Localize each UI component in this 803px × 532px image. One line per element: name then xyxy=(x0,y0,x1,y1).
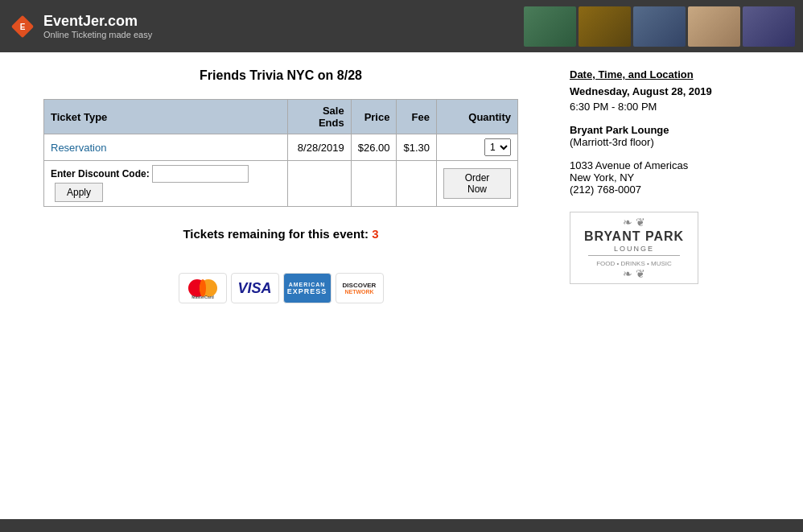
ticket-table: Ticket Type Sale Ends Price Fee Quantity… xyxy=(43,99,518,207)
header-image-3 xyxy=(633,6,686,47)
date-label: Date, Time, and Location xyxy=(570,68,779,80)
quantity-select[interactable]: 1 2 3 4 5 xyxy=(484,138,511,156)
footer xyxy=(0,519,803,532)
col-price: Price xyxy=(351,100,397,134)
price-cell: $26.00 xyxy=(351,134,397,161)
venue-logo: ❧ ❦ BRYANT PARK LOUNGE FOOD • DRINKS • M… xyxy=(570,212,698,284)
phone: (212) 768-0007 xyxy=(570,184,779,196)
mastercard-icon: MasterCard xyxy=(179,273,227,303)
visa-icon: VISA xyxy=(231,273,279,303)
col-fee: Fee xyxy=(397,100,437,134)
address-block: 1033 Avenue of Americas New York, NY (21… xyxy=(570,159,779,196)
discount-input[interactable] xyxy=(152,165,249,183)
swirl-bottom-icon: ❧ ❦ xyxy=(623,267,645,280)
sale-ends-cell: 8/28/2019 xyxy=(288,134,352,161)
logo-icon: E xyxy=(8,12,37,41)
venue-logo-main: BRYANT PARK xyxy=(584,229,684,244)
header-images xyxy=(524,6,795,47)
col-ticket-type: Ticket Type xyxy=(44,100,288,134)
col-quantity: Quantity xyxy=(437,100,518,134)
event-title: Friends Trivia NYC on 8/28 xyxy=(24,68,537,83)
right-section: Date, Time, and Location Wednesday, Augu… xyxy=(554,68,779,503)
discount-empty-1 xyxy=(288,161,352,207)
left-section: Friends Trivia NYC on 8/28 Ticket Type S… xyxy=(24,68,554,503)
address-line2: New York, NY xyxy=(570,171,779,184)
amex-icon: AMERICAN EXPRESS xyxy=(283,273,331,303)
event-date: Wednesday, August 28, 2019 xyxy=(570,85,779,97)
header: E EventJer.com Online Ticketing made eas… xyxy=(0,0,803,52)
reservation-link[interactable]: Reservation xyxy=(51,142,106,154)
header-text: EventJer.com Online Ticketing made easy xyxy=(43,13,152,39)
header-image-4 xyxy=(688,6,740,47)
apply-button[interactable]: Apply xyxy=(55,183,103,202)
tickets-remaining-count: 3 xyxy=(372,227,378,241)
ticket-type-cell: Reservation xyxy=(44,134,288,161)
order-now-button[interactable]: Order Now xyxy=(443,168,511,199)
header-image-5 xyxy=(743,6,795,47)
discount-empty-2 xyxy=(351,161,397,207)
brand-tagline: Online Ticketing made easy xyxy=(43,30,152,39)
address-line1: 1033 Avenue of Americas xyxy=(570,159,779,171)
quantity-cell: 1 2 3 4 5 xyxy=(437,134,518,161)
ticket-row: Reservation 8/28/2019 $26.00 $1.30 1 2 3… xyxy=(44,134,518,161)
event-time: 6:30 PM - 8:00 PM xyxy=(570,101,779,113)
col-sale-ends: Sale Ends xyxy=(288,100,352,134)
brand-name: EventJer.com xyxy=(43,13,152,30)
venue-detail: (Marriott-3rd floor) xyxy=(570,136,779,148)
swirl-top-icon: ❧ ❦ xyxy=(623,216,645,229)
header-image-1 xyxy=(524,6,576,47)
tickets-remaining: Tickets remaining for this event: 3 xyxy=(24,227,537,241)
payment-icons: MasterCard VISA AMERICAN EXPRESS DISCOVE… xyxy=(24,273,537,303)
svg-text:E: E xyxy=(20,23,26,31)
order-now-cell: Order Now xyxy=(437,161,518,207)
discount-row: Enter Discount Code: Apply Order Now xyxy=(44,161,518,207)
svg-text:MasterCard: MasterCard xyxy=(191,295,214,299)
brand-area: E EventJer.com Online Ticketing made eas… xyxy=(8,12,152,41)
venue-logo-sub: LOUNGE xyxy=(614,245,654,253)
header-image-2 xyxy=(579,6,631,47)
venue-name: Bryant Park Lounge xyxy=(570,124,779,136)
discount-label-cell: Enter Discount Code: Apply xyxy=(44,161,288,207)
venue-logo-tagline: FOOD • DRINKS • MUSIC xyxy=(596,260,672,267)
discount-empty-3 xyxy=(397,161,437,207)
discover-icon: DISCOVER NETWORK xyxy=(336,273,384,303)
tickets-remaining-text: Tickets remaining for this event: xyxy=(183,227,369,241)
main-container: Friends Trivia NYC on 8/28 Ticket Type S… xyxy=(0,52,803,519)
discount-label: Enter Discount Code: xyxy=(51,168,150,179)
fee-cell: $1.30 xyxy=(397,134,437,161)
